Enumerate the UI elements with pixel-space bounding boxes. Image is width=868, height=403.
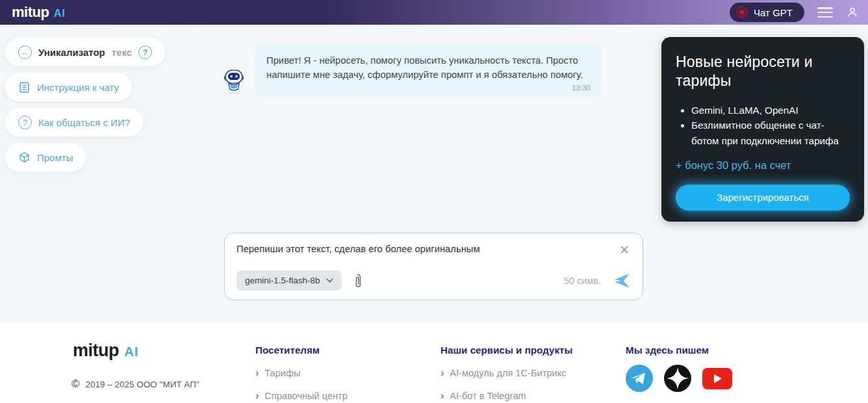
- prompt-input[interactable]: [236, 244, 618, 254]
- sidebar-unikalizator-label: Уникализатор: [38, 47, 105, 58]
- promo-card: Новые нейросети и тарифы Gemini, LLaMA, …: [661, 37, 864, 222]
- sidebar-item-label: Инструкция к чату: [37, 82, 119, 93]
- copyright-text: 2019 – 2025 ООО "МИТ АП": [86, 380, 199, 389]
- footer-link-label: Тарифы: [264, 368, 300, 378]
- chat-gpt-button[interactable]: Чат GPT: [730, 3, 804, 22]
- footer-link-bitrix-module[interactable]: › AI-модуль для 1С-Битрикс: [440, 368, 572, 378]
- char-counter: 50 симв.: [564, 276, 601, 286]
- footer-link-label: Справочный центр: [264, 391, 348, 401]
- dzen-icon[interactable]: [664, 365, 691, 392]
- chat-gpt-label: Чат GPT: [754, 7, 793, 18]
- paperclip-icon: [352, 273, 363, 289]
- hamburger-menu-icon[interactable]: [817, 7, 833, 18]
- footer-column-visitors: Посетителям › Тарифы › Справочный центр: [255, 344, 348, 401]
- promo-bullet: Gemini, LLaMA, OpenAI: [691, 103, 850, 118]
- footer-link-help-center[interactable]: › Справочный центр: [255, 391, 348, 401]
- logo-brand: mitup: [12, 4, 49, 21]
- footer-column-heading: Мы здесь пишем: [626, 344, 732, 356]
- logo[interactable]: mitup AI: [12, 4, 65, 21]
- copyright-icon: ©: [71, 378, 80, 391]
- bot-message-bubble: Привет! Я - нейросеть, помогу повысить у…: [255, 44, 602, 97]
- footer-logo-brand: mitup: [73, 341, 119, 361]
- footer-link-tariffs[interactable]: › Тарифы: [255, 368, 348, 378]
- sidebar-unikalizator-truncated: текс: [112, 47, 132, 58]
- footer-column-products: Наши сервисы и продукты › AI-модуль для …: [440, 344, 572, 401]
- chevron-right-icon: ›: [255, 368, 259, 378]
- record-target-icon: [736, 6, 748, 18]
- copyright: © 2019 – 2025 ООО "МИТ АП": [71, 378, 199, 391]
- send-button[interactable]: [614, 274, 631, 288]
- chevron-down-icon: [326, 278, 333, 283]
- chevron-right-icon: ›: [440, 391, 444, 401]
- model-selector[interactable]: gemini-1.5-flash-8b: [236, 270, 342, 291]
- send-arrow-icon: [614, 274, 631, 288]
- model-name: gemini-1.5-flash-8b: [245, 276, 320, 285]
- bot-message-text: Привет! Я - нейросеть, помогу повысить у…: [266, 54, 591, 83]
- question-circle-icon: ?: [18, 116, 32, 129]
- sidebar-item-label: Промты: [37, 152, 73, 163]
- telegram-icon[interactable]: [626, 365, 653, 392]
- message-timestamp: 13:30: [266, 84, 591, 92]
- footer-link-label: AI-модуль для 1С-Битрикс: [450, 368, 566, 378]
- message-composer: ✕ gemini-1.5-flash-8b 50 симв.: [224, 233, 643, 300]
- page: mitup AI Чат GPT ← Уникализатор текс ?: [0, 0, 868, 403]
- back-arrow-icon[interactable]: ←: [18, 46, 32, 59]
- promo-bullet: Безлимитное общение с чат-ботом при подк…: [691, 118, 850, 148]
- cube-icon: [18, 151, 31, 164]
- navbar: mitup AI Чат GPT: [0, 0, 868, 25]
- bonus-link[interactable]: + бонус 30 руб. на счет: [676, 159, 791, 172]
- help-question-icon[interactable]: ?: [138, 46, 152, 59]
- instruction-list-icon: [18, 81, 31, 94]
- chevron-right-icon: ›: [255, 391, 259, 401]
- footer-link-label: AI-бот в Telegram: [450, 391, 526, 401]
- footer-link-telegram-bot[interactable]: › AI-бот в Telegram: [440, 391, 572, 401]
- main-area: ← Уникализатор текс ? Инструкция к чату …: [0, 25, 868, 323]
- chevron-right-icon: ›: [440, 368, 444, 378]
- sidebar-item-prompts[interactable]: Промты: [5, 143, 86, 172]
- footer: mitup AI © 2019 – 2025 ООО "МИТ АП" Посе…: [0, 323, 868, 403]
- promo-title: Новые нейросети и тарифы: [676, 53, 850, 91]
- logo-suffix: AI: [53, 7, 65, 20]
- user-profile-icon[interactable]: [846, 6, 859, 19]
- clear-input-button[interactable]: ✕: [618, 244, 631, 256]
- sidebar-item-instruction[interactable]: Инструкция к чату: [5, 73, 132, 101]
- footer-column-heading: Посетителям: [255, 344, 348, 356]
- bot-avatar: [222, 66, 246, 98]
- promo-feature-list: Gemini, LLaMA, OpenAI Безлимитное общени…: [691, 103, 850, 149]
- youtube-icon[interactable]: [702, 368, 732, 389]
- footer-logo[interactable]: mitup AI: [73, 341, 138, 361]
- sidebar-item-how-to-talk[interactable]: ? Как общаться с ИИ?: [5, 108, 143, 136]
- attach-file-button[interactable]: [352, 273, 363, 289]
- sidebar-item-unikalizator[interactable]: ← Уникализатор текс ?: [5, 38, 165, 66]
- register-button[interactable]: Зарегистрироваться: [676, 185, 850, 211]
- sidebar-item-label: Как общаться с ИИ?: [38, 117, 130, 128]
- footer-column-social: Мы здесь пишем: [626, 344, 732, 392]
- footer-logo-suffix: AI: [124, 344, 138, 359]
- footer-column-heading: Наши сервисы и продукты: [440, 344, 572, 356]
